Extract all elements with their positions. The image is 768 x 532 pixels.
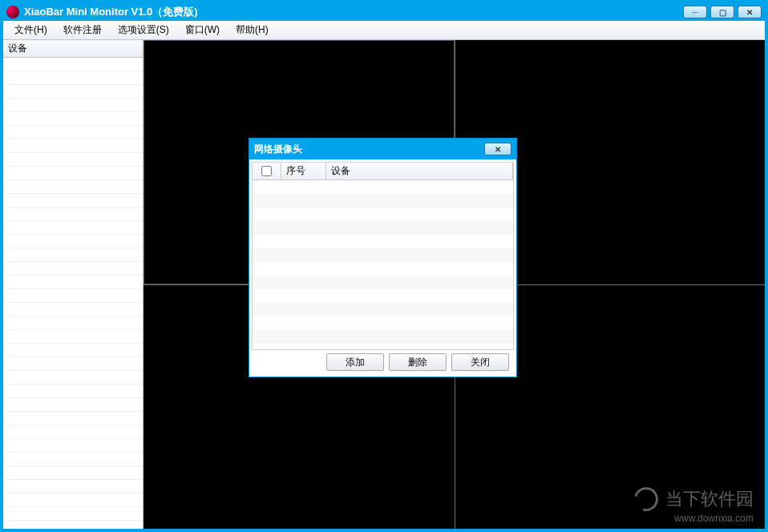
table-row xyxy=(253,208,513,221)
table-row xyxy=(253,180,513,194)
sidebar-header[interactable]: 设备 xyxy=(3,40,143,58)
table-row xyxy=(253,221,513,235)
list-item xyxy=(3,248,143,262)
menu-options[interactable]: 选项设置(S) xyxy=(110,22,177,38)
table-row xyxy=(253,235,513,248)
list-item xyxy=(3,276,143,289)
column-device-label: 设备 xyxy=(331,164,350,178)
list-item xyxy=(3,330,143,344)
list-item xyxy=(3,466,143,480)
device-sidebar: 设备 xyxy=(3,40,143,529)
table-row xyxy=(253,316,513,330)
list-item xyxy=(3,99,143,112)
camera-table: 序号 设备 xyxy=(252,162,514,350)
table-body[interactable] xyxy=(253,180,513,349)
maximize-button[interactable]: ▢ xyxy=(710,6,734,18)
dialog-button-bar: 添加 删除 关闭 xyxy=(252,350,514,374)
list-item xyxy=(3,425,143,439)
list-item xyxy=(3,453,143,466)
list-item xyxy=(3,85,143,99)
list-item xyxy=(3,235,143,248)
list-item xyxy=(3,262,143,276)
list-item xyxy=(3,180,143,194)
app-title: XiaoBar Mini Monitor V1.0（免费版) xyxy=(24,5,198,19)
list-item xyxy=(3,153,143,167)
list-item xyxy=(3,289,143,303)
table-row xyxy=(253,262,513,276)
app-icon xyxy=(6,6,19,18)
minimize-button[interactable]: ─ xyxy=(683,6,707,18)
list-item xyxy=(3,357,143,371)
list-item xyxy=(3,71,143,85)
list-item xyxy=(3,303,143,316)
titlebar[interactable]: XiaoBar Mini Monitor V1.0（免费版) ─ ▢ ✕ xyxy=(3,3,765,21)
list-item xyxy=(3,507,143,521)
select-all-checkbox[interactable] xyxy=(261,166,272,176)
list-item xyxy=(3,412,143,425)
list-item xyxy=(3,194,143,208)
table-row xyxy=(253,303,513,316)
close-button[interactable]: ✕ xyxy=(738,6,762,18)
list-item xyxy=(3,344,143,357)
table-row xyxy=(253,276,513,289)
table-row xyxy=(253,194,513,208)
list-item xyxy=(3,208,143,221)
menu-file[interactable]: 文件(H) xyxy=(6,22,55,38)
table-header: 序号 设备 xyxy=(253,163,513,180)
add-button[interactable]: 添加 xyxy=(326,353,384,371)
list-item xyxy=(3,439,143,453)
list-item xyxy=(3,371,143,385)
list-item xyxy=(3,494,143,507)
dialog-title: 网络摄像头 xyxy=(254,143,302,156)
table-row xyxy=(253,330,513,344)
list-item xyxy=(3,221,143,235)
column-seq[interactable]: 序号 xyxy=(281,163,326,179)
list-item xyxy=(3,398,143,412)
list-item xyxy=(3,316,143,330)
menu-register[interactable]: 软件注册 xyxy=(55,22,110,38)
table-row xyxy=(253,289,513,303)
list-item xyxy=(3,480,143,494)
menubar: 文件(H) 软件注册 选项设置(S) 窗口(W) 帮助(H) xyxy=(3,21,765,40)
list-item xyxy=(3,167,143,180)
dialog-titlebar[interactable]: 网络摄像头 ✕ xyxy=(249,139,516,159)
window-buttons: ─ ▢ ✕ xyxy=(683,6,762,18)
menu-window[interactable]: 窗口(W) xyxy=(177,22,228,38)
list-item xyxy=(3,58,143,71)
delete-button[interactable]: 删除 xyxy=(389,353,447,371)
network-camera-dialog: 网络摄像头 ✕ 序号 设备 xyxy=(249,138,517,377)
list-item xyxy=(3,126,143,139)
sidebar-header-label: 设备 xyxy=(8,42,27,55)
list-item xyxy=(3,139,143,153)
column-checkbox[interactable] xyxy=(253,163,281,179)
table-row xyxy=(253,248,513,262)
list-item xyxy=(3,112,143,126)
device-list[interactable] xyxy=(3,58,143,529)
list-item xyxy=(3,385,143,398)
menu-help[interactable]: 帮助(H) xyxy=(228,22,277,38)
dialog-close-button[interactable]: ✕ xyxy=(484,143,511,155)
close-dialog-button[interactable]: 关闭 xyxy=(451,353,509,371)
column-seq-label: 序号 xyxy=(286,164,305,178)
dialog-body: 序号 设备 添加 删除 xyxy=(249,159,516,377)
column-device[interactable]: 设备 xyxy=(326,163,513,179)
